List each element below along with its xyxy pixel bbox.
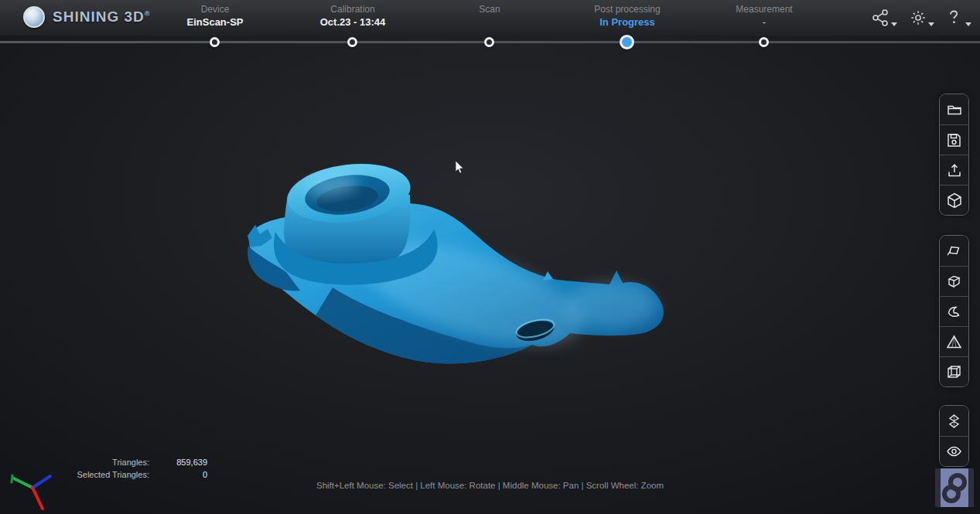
save-button[interactable] <box>940 124 968 155</box>
mesh-stats: Triangles: 859,639 Selected Triangles: 0 <box>0 456 217 481</box>
step-value: - <box>691 16 838 28</box>
help-icon[interactable] <box>946 9 966 26</box>
fill-holes-button[interactable] <box>940 236 968 266</box>
step-label: Calibration <box>279 4 426 15</box>
visibility-eye-icon <box>946 445 962 458</box>
diamond-toggle-icon <box>946 414 962 429</box>
3d-viewport[interactable] <box>0 36 980 514</box>
progress-dot-measurement[interactable] <box>759 37 769 47</box>
smooth-surface-button[interactable] <box>940 296 968 326</box>
step-label: Measurement <box>691 4 838 15</box>
mouse-cursor <box>456 161 463 173</box>
cutting-plane-icon <box>946 274 962 289</box>
step-measurement[interactable]: Measurement - <box>691 4 838 28</box>
settings-gear-icon[interactable] <box>909 9 929 26</box>
step-value: EinScan-SP <box>142 16 289 28</box>
simplify-triangle-icon <box>946 335 962 349</box>
open-folder-button[interactable] <box>940 94 968 124</box>
bounding-box-icon <box>946 364 962 380</box>
edit-tool-group <box>939 235 969 387</box>
progress-dot-post-processing[interactable] <box>620 35 634 49</box>
bounding-box-button[interactable] <box>940 356 968 386</box>
view-model-button[interactable] <box>940 185 968 215</box>
visibility-button[interactable] <box>940 436 968 466</box>
selected-triangles-label: Selected Triangles: <box>0 468 149 481</box>
progress-dot-scan[interactable] <box>484 37 494 47</box>
progress-dot-calibration[interactable] <box>347 37 357 47</box>
application-window: SHINING 3D® Device EinScan-SP Calibratio… <box>0 0 980 514</box>
step-value <box>416 16 563 28</box>
chevron-down-icon <box>928 22 934 26</box>
step-calibration[interactable]: Calibration Oct.23 - 13:44 <box>279 4 426 28</box>
step-device[interactable]: Device EinScan-SP <box>142 4 289 28</box>
selected-triangles-value: 0 <box>149 468 207 481</box>
globe-icon <box>23 6 45 28</box>
smooth-surface-icon <box>946 304 962 319</box>
simplify-mesh-button[interactable] <box>940 326 968 356</box>
export-button[interactable] <box>940 155 968 185</box>
step-value: Oct.23 - 13:44 <box>279 16 426 28</box>
brand-name: SHINING 3D® <box>53 9 150 26</box>
step-post-processing[interactable]: Post processing In Progress <box>554 4 701 28</box>
file-tool-group <box>939 94 969 216</box>
step-label: Device <box>142 4 289 15</box>
triangles-value: 859,639 <box>149 456 207 468</box>
top-bar: SHINING 3D® Device EinScan-SP Calibratio… <box>0 0 980 36</box>
fill-holes-icon <box>946 243 962 259</box>
diamond-toggle-button[interactable] <box>940 406 968 436</box>
header-actions <box>872 9 966 26</box>
step-status: In Progress <box>554 16 701 28</box>
save-icon <box>947 133 961 148</box>
progress-dot-device[interactable] <box>210 37 220 47</box>
step-scan[interactable]: Scan <box>416 4 563 28</box>
open-folder-icon <box>947 103 962 117</box>
triangles-label: Triangles: <box>0 456 149 468</box>
chevron-down-icon <box>965 22 971 26</box>
scanned-model[interactable] <box>248 158 664 368</box>
step-label: Scan <box>416 4 563 15</box>
mouse-hint-text: Shift+Left Mouse: Select | Left Mouse: R… <box>0 481 980 490</box>
view-tool-group <box>939 405 969 467</box>
view-cube-icon <box>947 192 962 209</box>
cutting-plane-button[interactable] <box>940 266 968 296</box>
export-icon <box>947 163 962 178</box>
chevron-down-icon <box>891 22 897 26</box>
brand-logo: SHINING 3D® <box>23 6 150 28</box>
step-label: Post processing <box>554 4 701 15</box>
share-icon[interactable] <box>872 9 892 26</box>
